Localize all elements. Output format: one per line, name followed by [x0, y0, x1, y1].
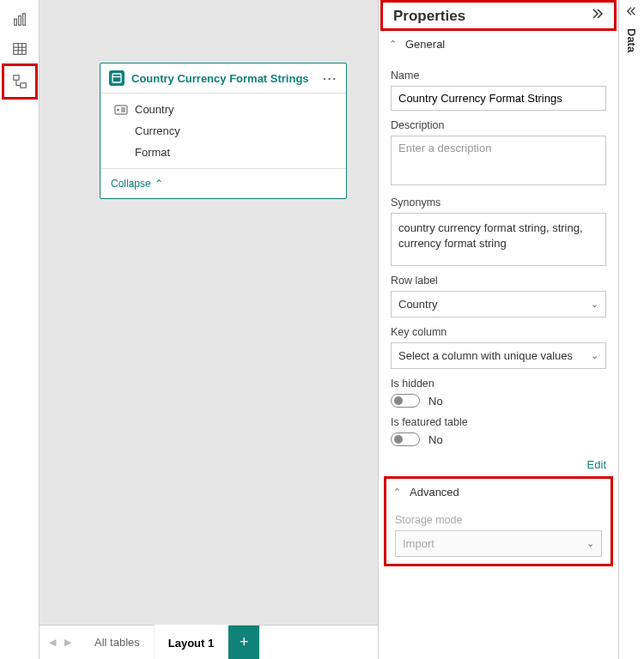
field-row[interactable]: Format [114, 142, 337, 163]
field-name: Country [135, 103, 174, 116]
chevron-up-icon: ⌃ [389, 39, 397, 50]
data-pane-collapsed[interactable]: Data [618, 0, 644, 659]
description-input[interactable] [391, 136, 606, 185]
svg-rect-9 [20, 83, 25, 88]
synonyms-label: Synonyms [391, 196, 606, 209]
advanced-section: Storage mode Import ⌄ [386, 514, 611, 557]
is-featured-value: No [428, 433, 443, 446]
name-input[interactable] [391, 86, 606, 111]
is-featured-toggle[interactable] [391, 432, 420, 446]
row-label-select[interactable]: Country ⌄ [391, 291, 606, 317]
svg-rect-8 [13, 76, 18, 80]
advanced-section-header[interactable]: ⌃ Advanced [386, 479, 611, 505]
is-hidden-value: No [428, 395, 443, 408]
chevron-down-icon: ⌄ [591, 299, 598, 310]
storage-mode-select: Import ⌄ [395, 530, 602, 557]
storage-mode-value: Import [403, 537, 434, 550]
chevron-down-icon: ⌄ [586, 538, 594, 549]
report-view-button[interactable] [0, 5, 39, 34]
tab-next-button[interactable]: ▶ [60, 630, 76, 656]
advanced-section-title: Advanced [410, 486, 459, 499]
key-field-icon [114, 105, 128, 115]
svg-rect-0 [14, 19, 16, 25]
tab-layout-1[interactable]: Layout 1 [155, 625, 228, 659]
model-canvas[interactable]: Country Currency Format Strings ··· Coun… [39, 0, 378, 625]
general-section-header[interactable]: ⌃ General [379, 31, 618, 57]
field-name: Format [135, 146, 170, 159]
properties-pane: Properties ⌃ General Name Description Sy… [378, 0, 618, 659]
table-card-header[interactable]: Country Currency Format Strings ··· [100, 63, 346, 94]
chevron-up-icon: ⌃ [393, 487, 401, 498]
table-card[interactable]: Country Currency Format Strings ··· Coun… [100, 63, 347, 199]
svg-rect-12 [112, 74, 121, 82]
data-view-button[interactable] [0, 34, 39, 63]
properties-header[interactable]: Properties [383, 3, 614, 28]
table-card-title: Country Currency Format Strings [131, 72, 316, 85]
tab-prev-button[interactable]: ◀ [45, 630, 60, 656]
layout-tabs-bar: ◀ ▶ All tables Layout 1 + [39, 625, 378, 659]
table-card-more-icon[interactable]: ··· [323, 72, 337, 85]
key-column-select[interactable]: Select a column with unique values ⌄ [391, 342, 606, 369]
row-label-value: Country [398, 298, 438, 311]
tab-all-tables[interactable]: All tables [81, 626, 155, 660]
collapse-label: Collapse [111, 178, 151, 190]
key-column-placeholder: Select a column with unique values [398, 349, 573, 362]
field-name: Currency [135, 124, 180, 137]
svg-rect-1 [18, 16, 21, 26]
is-hidden-label: Is hidden [391, 378, 606, 390]
svg-rect-3 [13, 44, 25, 55]
model-view-button[interactable] [2, 63, 38, 100]
expand-icon[interactable] [590, 7, 604, 25]
data-pane-title: Data [625, 28, 638, 52]
name-label: Name [391, 70, 606, 82]
description-label: Description [391, 119, 606, 131]
chevron-up-icon: ⌃ [155, 178, 163, 190]
storage-mode-label: Storage mode [395, 514, 602, 526]
general-section: Name Description Synonyms country curren… [379, 57, 618, 450]
collapse-button[interactable]: Collapse ⌃ [100, 168, 346, 198]
table-fields: Country Currency Format [100, 94, 346, 168]
add-layout-button[interactable]: + [228, 626, 259, 660]
edit-link[interactable]: Edit [379, 450, 618, 475]
collapse-icon[interactable] [626, 5, 638, 20]
row-label-label: Row label [391, 275, 606, 287]
table-icon [109, 70, 125, 86]
field-row[interactable]: Country [114, 99, 337, 120]
synonyms-input[interactable]: country currency format string, string, … [391, 213, 606, 266]
is-featured-label: Is featured table [391, 416, 606, 428]
svg-rect-2 [22, 14, 25, 25]
properties-title: Properties [393, 8, 465, 25]
svg-point-15 [117, 108, 118, 110]
key-column-label: Key column [391, 326, 606, 338]
is-hidden-toggle[interactable] [391, 394, 420, 408]
field-row[interactable]: Currency [114, 120, 337, 142]
general-section-title: General [405, 38, 445, 51]
chevron-down-icon: ⌄ [591, 350, 598, 361]
view-rail [0, 0, 39, 659]
